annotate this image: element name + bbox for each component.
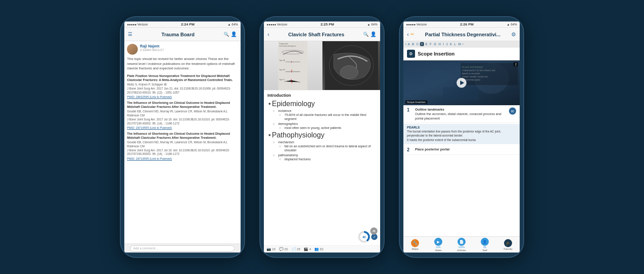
progress-40-inner: 40 xyxy=(360,233,368,241)
step-1-text: Outline landmarks Outline the acromion, … xyxy=(415,107,506,120)
nav-right-2[interactable]: 🔍 👤 xyxy=(363,31,377,37)
alpha-H[interactable]: H xyxy=(438,42,442,46)
user-icon[interactable]: 👤 xyxy=(231,31,237,37)
alpha-J[interactable]: J xyxy=(445,42,449,46)
alpha-I[interactable]: I xyxy=(442,42,445,46)
ref-journal-3: J Bone Joint Surg Am. 2017 Jul 19. doi: … xyxy=(127,149,238,156)
tab-steps[interactable]: 🔧 Steps xyxy=(403,239,427,250)
ref-link-3[interactable]: PMID: 28719555 (Link to Pubmed) xyxy=(127,157,238,160)
pencil-icon[interactable]: ✏ xyxy=(411,32,414,37)
alpha-L[interactable]: L xyxy=(453,42,457,46)
video-num-badge: 2 xyxy=(513,62,518,66)
sub-sub-item: 75-80% of all clavicle fractures will oc… xyxy=(278,113,377,121)
svg-text:Coracoclavicular ligament: Coracoclavicular ligament xyxy=(279,45,296,47)
battery-1: ▲ 64% xyxy=(228,23,238,26)
nav-bar-2: ‹ Clavicle Shaft Fractures 🔍 👤 xyxy=(264,28,380,41)
nav-bar-1: ☰ Trauma Board 🔍 👤 xyxy=(124,28,241,41)
comments-icon: 💬 xyxy=(279,247,284,251)
video-caption: Scope Insertion xyxy=(405,100,428,104)
compose-bar[interactable]: Add a comment... xyxy=(130,245,235,252)
step-2-text: Place posterior portal xyxy=(415,147,516,152)
stat-comments-val: 20 xyxy=(284,248,288,251)
ref-link-2[interactable]: PMID: 28719555 (Link to Pubmed) xyxy=(127,126,238,129)
faculty-tab-icon: 🎓 xyxy=(504,239,512,247)
hamburger-icon[interactable]: ☰ xyxy=(128,31,132,37)
play-button[interactable] xyxy=(457,78,466,88)
faculty-tab-label: Faculty xyxy=(504,248,512,250)
sub-sub-list3: fall on an outstretched arm or direct tr… xyxy=(278,144,377,152)
ref-3: The Influence of Shortening on Clinical … xyxy=(127,132,238,160)
nav-right-1[interactable]: 🔍 👤 xyxy=(224,31,237,37)
tab-self[interactable]: 👤 86 Self xyxy=(473,238,496,252)
nav-right-3[interactable]: ⚙ xyxy=(511,31,516,38)
time-3: 2:26 PM xyxy=(460,22,474,26)
svg-text:Type IA: Type IA xyxy=(279,60,285,61)
articles-tab-icon: 📄 xyxy=(458,238,466,246)
sub-item: demographics most often seen in young, a… xyxy=(272,122,377,130)
post-header: Raji Najem 2:32AM 08/21/17 xyxy=(127,44,238,55)
ref-title-2: The Influence of Shortening on Clinical … xyxy=(127,101,238,109)
post-body: This topic should be revised for better … xyxy=(127,57,238,71)
search-icon[interactable]: 🔍 xyxy=(224,32,229,37)
bullet-item: Epidemiology incidence 75-80% of all cla… xyxy=(267,99,377,130)
stat-steps: 📷 16 xyxy=(267,247,275,251)
ref-link-1[interactable]: PMID: 28632595 (Link to Pubmed) xyxy=(127,95,238,98)
nav-left-3[interactable]: ‹ ✏ xyxy=(407,31,414,38)
alpha-A[interactable]: A xyxy=(407,42,411,46)
self-score: 86 xyxy=(483,246,486,248)
sub-item: incidence 75-80% of all clavicle fractur… xyxy=(272,109,377,121)
alpha-right-arrow[interactable]: › xyxy=(462,42,463,46)
steps-tab-icon: 🔧 xyxy=(411,239,419,247)
alpha-D[interactable]: D xyxy=(420,42,424,46)
alpha-left-arrow[interactable]: ‹ xyxy=(405,42,407,46)
user-icon-2[interactable]: 👤 xyxy=(370,31,377,37)
play-icon xyxy=(460,81,464,85)
step-2-title: Place posterior portal xyxy=(415,147,516,152)
status-bar-1: ●●●●● Verizon 2:24 PM ▲ 64% xyxy=(124,21,241,28)
image-row: Trapezoid Coracoclavicular ligament Type… xyxy=(264,41,380,90)
sub-item3: pathoanatomy displaced fractures xyxy=(272,153,377,161)
tab-video[interactable]: ▶ 10% Video xyxy=(427,238,450,252)
pearl-2: It marks the posterior extent of the sub… xyxy=(407,138,516,142)
settings-icon[interactable]: ⚙ xyxy=(511,31,516,38)
video-block[interactable]: PLACE POSTERIOR • Initial portal 2 to 3c… xyxy=(403,60,520,105)
back-icon-3[interactable]: ‹ xyxy=(407,31,409,38)
alpha-M[interactable]: M xyxy=(458,42,462,46)
svg-point-9 xyxy=(340,66,358,79)
alpha-G[interactable]: G xyxy=(433,42,437,46)
progress-40: 40 xyxy=(358,231,370,243)
bullet-item2: Pathophysiology mechanism fall on an out… xyxy=(267,131,377,161)
alpha-F[interactable]: F xyxy=(429,42,432,46)
phone-1: ●●●●● Verizon 2:24 PM ▲ 64% ☰ Trauma Boa… xyxy=(120,16,245,258)
alpha-B[interactable]: B xyxy=(411,42,415,46)
stat-articles: 📄 25 xyxy=(292,247,301,251)
alpha-K[interactable]: K xyxy=(449,42,453,46)
ref-title-1: Plate Fixation Versus Nonoperative Treat… xyxy=(127,74,238,82)
progress-46: 46 xyxy=(370,227,377,235)
step-1-row: 1 Outline landmarks Outline the acromion… xyxy=(403,105,520,123)
articles-score: 100% xyxy=(458,246,465,248)
video-tab-label: Video xyxy=(435,249,441,252)
nav-left-1[interactable]: ☰ xyxy=(128,31,132,37)
tab-articles[interactable]: 📄 100% Articles xyxy=(450,238,473,252)
svg-text:Type V: Type V xyxy=(279,79,284,81)
phone-1-screen: ●●●●● Verizon 2:24 PM ▲ 64% ☰ Trauma Boa… xyxy=(124,21,241,253)
sub-sub-list: 75-80% of all clavicle fractures will oc… xyxy=(278,113,377,121)
pearl-1: The bursal orientation line passes from … xyxy=(407,130,516,137)
section-letter-badge: D xyxy=(407,50,415,58)
svg-text:Type IB: Type IB xyxy=(279,69,285,71)
video-overlay xyxy=(403,60,520,105)
stat-articles-val: 25 xyxy=(297,248,301,251)
svg-rect-0 xyxy=(278,41,307,90)
alpha-C[interactable]: C xyxy=(415,42,419,46)
trauma-content: Raji Najem 2:32AM 08/21/17 This topic sh… xyxy=(124,41,241,244)
alpha-E[interactable]: E xyxy=(424,42,428,46)
ref-journal-1: J Bone Joint Surg Am. 2017 Jun 21. doi: … xyxy=(127,87,238,94)
bullet-list-main: Epidemiology incidence 75-80% of all cla… xyxy=(267,99,377,162)
step-1-badge: 80 xyxy=(509,107,516,115)
tab-faculty[interactable]: 🎓 Faculty xyxy=(496,239,520,250)
step-2-num: 2 xyxy=(407,147,412,152)
nav-title-1: Trauma Board xyxy=(132,32,224,37)
sub-item2: mechanism fall on an outstretched arm or… xyxy=(272,140,377,152)
search-icon-2[interactable]: 🔍 xyxy=(363,32,369,37)
